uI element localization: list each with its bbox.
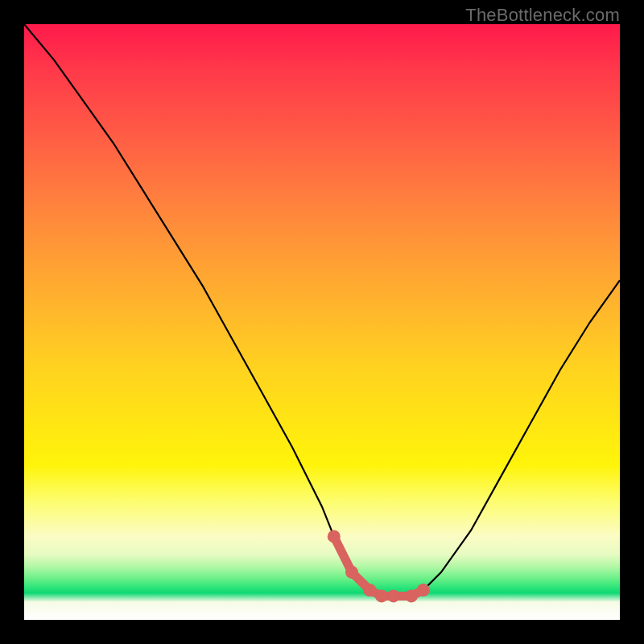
bottleneck-curve (24, 24, 620, 596)
curve-layer (24, 24, 620, 620)
highlighted-segment-line (334, 536, 423, 596)
marker-dot (375, 589, 388, 602)
marker-dot (387, 589, 400, 602)
highlighted-segment-dots (328, 530, 430, 602)
marker-dot (405, 589, 418, 602)
marker-dot (363, 584, 376, 597)
plot-area (24, 24, 620, 620)
watermark-label: TheBottleneck.com (465, 5, 620, 26)
marker-dot (328, 530, 341, 543)
chart-frame: TheBottleneck.com (0, 0, 644, 644)
marker-dot (345, 566, 358, 579)
marker-dot (417, 584, 430, 597)
